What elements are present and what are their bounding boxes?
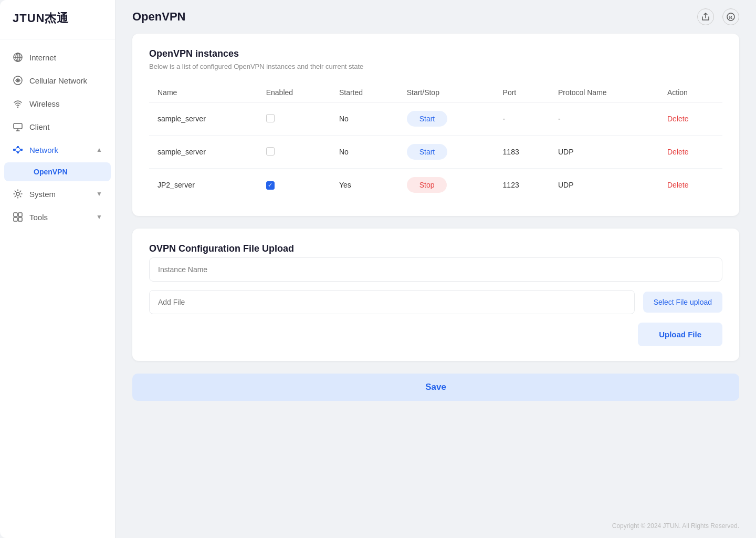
row1-startstop: Start xyxy=(398,102,495,136)
page-title: OpenVPN xyxy=(132,10,185,24)
svg-point-6 xyxy=(17,107,18,108)
chevron-up-icon: ▲ xyxy=(96,146,102,153)
brand-logo-text: JTUN杰通 xyxy=(13,12,69,25)
sidebar: JTUN杰通 Internet xyxy=(0,0,116,538)
instance-name-input[interactable] xyxy=(149,257,722,282)
row1-protocol: - xyxy=(550,102,659,136)
export-icon-button[interactable] xyxy=(697,8,714,25)
sidebar-item-wireless[interactable]: Wireless xyxy=(0,92,115,115)
save-button[interactable]: Save xyxy=(132,374,739,401)
row3-checkbox[interactable] xyxy=(266,181,275,190)
registered-icon-button[interactable]: R xyxy=(722,8,739,25)
svg-rect-10 xyxy=(20,149,23,151)
row2-enabled xyxy=(258,136,331,169)
sidebar-item-system[interactable]: System ▼ xyxy=(0,182,115,205)
svg-rect-8 xyxy=(13,149,15,151)
sidebar-item-cellular-label: Cellular Network xyxy=(29,76,87,85)
sidebar-item-client-label: Client xyxy=(29,122,49,131)
page-content: OpenVPN instances Below is a list of con… xyxy=(116,34,756,522)
select-file-button[interactable]: Select File upload xyxy=(643,292,722,313)
row2-protocol: UDP xyxy=(550,136,659,169)
row2-port: 1183 xyxy=(495,136,550,169)
sidebar-item-tools[interactable]: Tools ▼ xyxy=(0,205,115,229)
row1-name: sample_server xyxy=(149,102,258,136)
row2-startstop: Start xyxy=(398,136,495,169)
table-row: sample_server No Start 1183 UDP Delete xyxy=(149,136,722,169)
row2-action: Delete xyxy=(659,136,722,169)
sidebar-sub-item-openvpn-label: OpenVPN xyxy=(34,168,68,176)
svg-line-13 xyxy=(19,148,20,150)
col-port: Port xyxy=(495,83,550,102)
table-row: sample_server No Start - - Delete xyxy=(149,102,722,136)
row3-action: Delete xyxy=(659,169,722,202)
row3-port: 1123 xyxy=(495,169,550,202)
row1-action: Delete xyxy=(659,102,722,136)
table-row: JP2_server Yes Stop 1123 UDP Delete xyxy=(149,169,722,202)
row3-stop-button[interactable]: Stop xyxy=(407,177,447,193)
sidebar-sub-item-openvpn[interactable]: OpenVPN xyxy=(4,162,111,181)
row1-enabled xyxy=(258,102,331,136)
client-icon xyxy=(13,121,23,132)
sidebar-item-network[interactable]: Network ▲ xyxy=(0,138,115,161)
row1-start-button[interactable]: Start xyxy=(407,111,448,127)
tools-icon xyxy=(13,212,23,222)
row3-name: JP2_server xyxy=(149,169,258,202)
row2-delete-button[interactable]: Delete xyxy=(667,148,688,156)
row1-port: - xyxy=(495,102,550,136)
sidebar-item-wireless-label: Wireless xyxy=(29,99,60,108)
row3-protocol: UDP xyxy=(550,169,659,202)
header-actions: R xyxy=(697,8,739,25)
openvpn-instances-card: OpenVPN instances Below is a list of con… xyxy=(132,34,739,216)
chevron-down-icon-tools: ▼ xyxy=(96,213,102,221)
svg-line-12 xyxy=(15,148,17,150)
col-protocol: Protocol Name xyxy=(550,83,659,102)
sidebar-item-internet-label: Internet xyxy=(29,53,56,62)
instances-table: Name Enabled Started Start/Stop Port Pro… xyxy=(149,83,722,201)
sidebar-nav: Internet Cellular Network xyxy=(0,39,115,538)
cellular-icon xyxy=(13,75,23,86)
col-startstop: Start/Stop xyxy=(398,83,495,102)
svg-text:R: R xyxy=(729,15,733,20)
svg-rect-9 xyxy=(17,146,19,148)
svg-point-5 xyxy=(17,79,19,81)
row2-checkbox[interactable] xyxy=(266,147,275,156)
row3-started: Yes xyxy=(331,169,398,202)
row1-delete-button[interactable]: Delete xyxy=(667,115,688,123)
footer: Copyright © 2024 JTUN. All Rights Reserv… xyxy=(116,522,756,538)
row3-delete-button[interactable]: Delete xyxy=(667,181,688,189)
instances-card-title: OpenVPN instances xyxy=(149,48,722,59)
system-icon xyxy=(13,189,23,199)
svg-rect-19 xyxy=(14,218,17,221)
sidebar-item-cellular[interactable]: Cellular Network xyxy=(0,69,115,92)
chevron-down-icon: ▼ xyxy=(96,190,102,198)
svg-rect-17 xyxy=(14,213,17,216)
network-icon xyxy=(13,144,23,155)
sidebar-item-tools-label: Tools xyxy=(29,213,48,222)
upload-card: OVPN Configuration File Upload Select Fi… xyxy=(132,229,739,361)
main-content: OpenVPN R OpenVPN instances Below is a l… xyxy=(116,0,756,538)
instances-card-subtitle: Below is a list of configured OpenVPN in… xyxy=(149,63,722,70)
col-started: Started xyxy=(331,83,398,102)
svg-rect-7 xyxy=(14,123,22,129)
row2-name: sample_server xyxy=(149,136,258,169)
row2-started: No xyxy=(331,136,398,169)
copyright-text: Copyright © 2024 JTUN. All Rights Reserv… xyxy=(612,522,739,530)
row1-checkbox[interactable] xyxy=(266,114,275,122)
col-action: Action xyxy=(659,83,722,102)
wireless-icon xyxy=(13,98,23,109)
svg-rect-20 xyxy=(18,218,22,221)
upload-card-title: OVPN Configuration File Upload xyxy=(149,243,722,254)
sidebar-item-network-label: Network xyxy=(29,146,58,154)
sidebar-item-client[interactable]: Client xyxy=(0,115,115,138)
row1-started: No xyxy=(331,102,398,136)
upload-file-button[interactable]: Upload File xyxy=(638,323,722,346)
col-name: Name xyxy=(149,83,258,102)
brand-logo: JTUN杰通 xyxy=(0,0,115,39)
row2-start-button[interactable]: Start xyxy=(407,144,448,160)
add-file-input[interactable] xyxy=(149,290,635,314)
svg-line-14 xyxy=(15,150,17,152)
svg-rect-11 xyxy=(17,151,19,153)
svg-point-16 xyxy=(16,192,19,195)
sidebar-item-internet[interactable]: Internet xyxy=(0,46,115,69)
col-enabled: Enabled xyxy=(258,83,331,102)
